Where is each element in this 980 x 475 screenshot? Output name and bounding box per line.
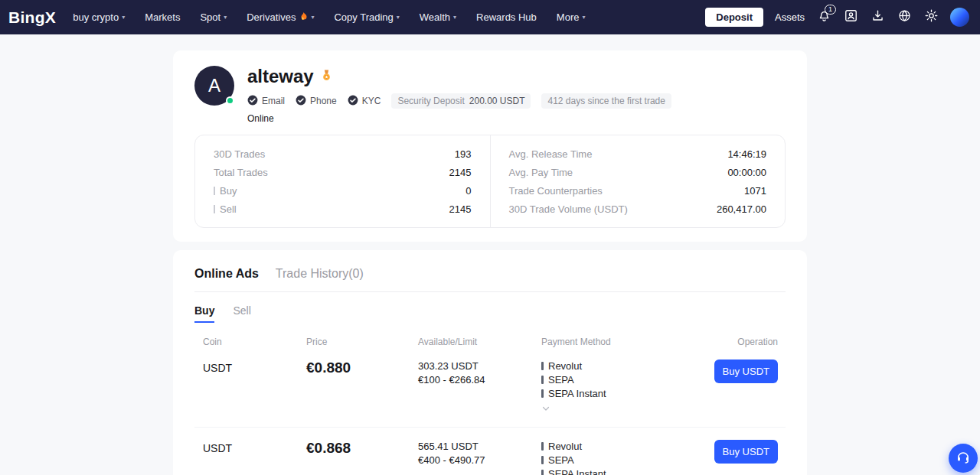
nav-item-copy-trading[interactable]: Copy Trading ▾ (334, 11, 399, 23)
check-circle-icon (296, 95, 306, 108)
tab-online-ads[interactable]: Online Ads (194, 267, 259, 281)
ad-price: €0.868 (306, 440, 418, 475)
stat-avg-pay-time: Avg. Pay Time 00:00:00 (509, 163, 767, 181)
nav-item-buy-crypto[interactable]: buy crypto ▾ (73, 11, 125, 23)
nav-item-label: Copy Trading (334, 11, 393, 23)
expand-payment-methods-button[interactable] (541, 402, 552, 416)
nav-right-actions: Deposit Assets 1 (705, 8, 969, 27)
security-deposit-badge: Security Deposit 200.00 USDT (391, 93, 531, 109)
tab-bar: Online Ads Trade History(0) (194, 267, 786, 292)
email-verified-badge: Email (247, 95, 285, 108)
user-avatar[interactable] (950, 8, 969, 27)
chevron-down-icon: ▾ (453, 15, 456, 21)
flame-icon (299, 11, 308, 23)
online-status-label: Online (247, 113, 671, 124)
user-card-icon (844, 8, 858, 26)
gear-icon (924, 8, 939, 26)
nav-item-wealth[interactable]: Wealth ▾ (420, 11, 456, 23)
user-center-button[interactable] (843, 10, 858, 25)
nav-item-derivatives[interactable]: Derivatives ▾ (247, 11, 314, 23)
avatar-letter: A (208, 75, 220, 96)
notifications-button[interactable]: 1 (816, 10, 831, 25)
sell-marker (214, 205, 215, 213)
stat-30d-trades: 30D Trades 193 (214, 145, 472, 163)
merchant-info: alteway Email Phone (247, 66, 671, 124)
tab-sell[interactable]: Sell (233, 304, 250, 323)
buy-marker (214, 187, 215, 195)
check-circle-icon (247, 95, 258, 108)
operation-cell: Buy USDT (707, 440, 778, 475)
payment-method: Revolut (541, 440, 707, 453)
download-app-button[interactable] (870, 10, 885, 25)
stat-trade-counterparties: Trade Counterparties 1071 (509, 181, 767, 200)
buy-usdt-button[interactable]: Buy USDT (714, 360, 778, 383)
payment-method-bar-icon (541, 376, 544, 384)
merchant-profile-card: A alteway Email (173, 50, 807, 242)
payment-method-bar-icon (541, 442, 544, 451)
nav-item-more[interactable]: More ▾ (557, 11, 586, 23)
column-header-price: Price (306, 337, 418, 347)
bingx-logo[interactable]: BingX (8, 8, 56, 27)
nav-item-markets[interactable]: Markets (145, 11, 180, 23)
main-nav: buy crypto ▾ Markets Spot ▾ Derivatives … (73, 11, 585, 23)
chevron-down-icon: ▾ (224, 15, 227, 21)
notification-badge: 1 (825, 5, 836, 15)
order-limit: €400 - €490.77 (418, 454, 541, 467)
column-header-available-limit: Available/Limit (418, 337, 541, 347)
chevron-down-icon: ▾ (582, 15, 585, 21)
payment-methods-cell: Revolut SEPA SEPA Instant (541, 360, 707, 416)
main-content: A alteway Email (0, 50, 980, 475)
online-status-dot (226, 96, 234, 105)
chevron-down-icon: ▾ (311, 15, 314, 21)
buy-usdt-button[interactable]: Buy USDT (714, 440, 778, 464)
stats-left-column: 30D Trades 193 Total Trades 2145 Buy 0 S… (195, 135, 490, 227)
ad-row: USDT €0.868 565.41 USDT €400 - €490.77 R… (194, 427, 786, 475)
payment-method-bar-icon (541, 389, 544, 398)
operation-cell: Buy USDT (707, 360, 778, 416)
side-tab-bar: Buy Sell (194, 304, 786, 323)
payment-method: SEPA Instant (541, 387, 707, 400)
merchant-medal-icon (320, 69, 333, 85)
tab-trade-history[interactable]: Trade History(0) (276, 267, 364, 281)
ad-price: €0.880 (306, 360, 418, 416)
order-limit: €100 - €266.84 (418, 373, 541, 387)
payment-method: Revolut (541, 360, 707, 373)
stat-total-trades: Total Trades 2145 (214, 163, 472, 181)
nav-item-spot[interactable]: Spot ▾ (200, 11, 227, 23)
assets-link[interactable]: Assets (775, 11, 805, 23)
first-trade-days-badge: 412 days since the first trade (541, 93, 671, 109)
ads-table-header: Coin Price Available/Limit Payment Metho… (194, 337, 786, 347)
column-header-operation: Operation (707, 337, 778, 347)
globe-icon (897, 8, 912, 26)
online-ads-card: Online Ads Trade History(0) Buy Sell Coi… (173, 250, 807, 475)
ad-row: USDT €0.880 303.23 USDT €100 - €266.84 R… (194, 347, 786, 427)
available-limit-cell: 303.23 USDT €100 - €266.84 (418, 360, 541, 416)
coin-name: USDT (203, 440, 306, 475)
theme-settings-button[interactable] (923, 10, 939, 25)
payment-method: SEPA Instant (541, 467, 707, 475)
chevron-down-icon: ▾ (122, 15, 125, 21)
phone-verified-badge: Phone (296, 95, 337, 108)
nav-item-label: Wealth (420, 11, 450, 23)
stat-avg-release-time: Avg. Release Time 14:46:19 (509, 145, 767, 163)
nav-item-label: buy crypto (73, 11, 119, 23)
coin-name: USDT (203, 360, 306, 416)
nav-item-label: Rewards Hub (476, 11, 537, 23)
payment-method-bar-icon (541, 362, 544, 370)
language-button[interactable] (897, 10, 912, 25)
chevron-down-icon: ▾ (397, 15, 400, 21)
top-nav: BingX buy crypto ▾ Markets Spot ▾ Deriva… (0, 0, 980, 34)
tab-buy[interactable]: Buy (194, 304, 214, 323)
payment-method-bar-icon (541, 470, 544, 475)
nav-item-rewards-hub[interactable]: Rewards Hub (476, 11, 537, 23)
stats-right-column: Avg. Release Time 14:46:19 Avg. Pay Time… (490, 135, 786, 227)
chevron-down-icon (541, 402, 550, 416)
merchant-name: alteway (247, 66, 314, 87)
support-chat-button[interactable] (949, 444, 978, 473)
headset-icon (956, 449, 971, 467)
stat-30d-trade-volume: 30D Trade Volume (USDT) 260,417.00 (509, 200, 767, 218)
available-amount: 565.41 USDT (418, 440, 541, 454)
stat-sell-trades: Sell 2145 (214, 200, 472, 218)
deposit-button[interactable]: Deposit (705, 8, 763, 27)
payment-method: SEPA (541, 454, 707, 467)
